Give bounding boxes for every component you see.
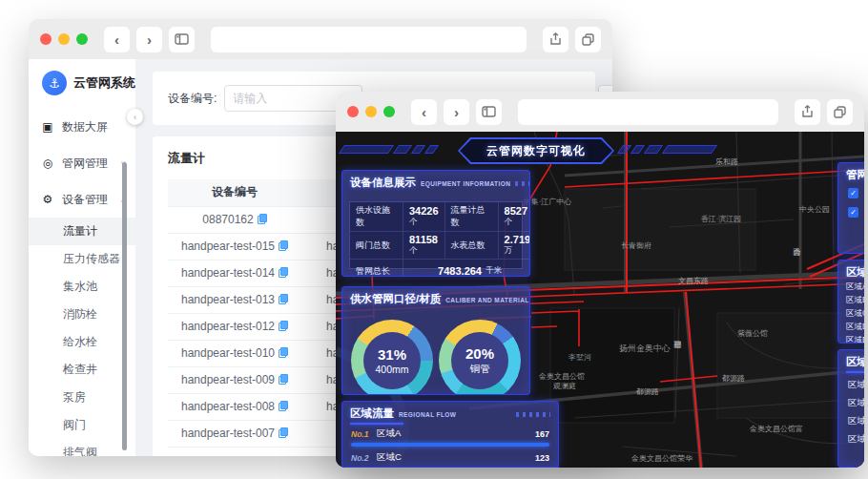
stat-label: 供水设施数 <box>350 202 403 232</box>
close-window-button[interactable] <box>40 33 52 45</box>
zoom-window-button[interactable] <box>76 33 88 45</box>
sidebar-subitem-flow-meter[interactable]: 流量计 <box>29 218 135 245</box>
equipment-stats-grid: 供水设施数 34226个 流量计总数 8527个 阀门总数 81158个 水表总… <box>349 201 523 269</box>
stat-label: 流量计总数 <box>445 202 499 232</box>
forward-button[interactable]: › <box>136 27 162 52</box>
stat-value: 81158 <box>409 234 439 245</box>
address-bar[interactable] <box>211 27 527 52</box>
share-icon[interactable] <box>543 27 568 52</box>
sidebar-scrollbar[interactable] <box>122 162 127 450</box>
donut-percent: 31% <box>378 346 406 363</box>
sidebar-subitem-collecting-tank[interactable]: 集水池 <box>29 273 135 301</box>
gis-dashboard: 中集·江广中心 乐和路 香江·滨江园 中央公园 长青御府 文昌东路 合力路 扬州… <box>336 132 864 468</box>
sidebar-subitem-pressure-sensor[interactable]: 压力传感器 <box>29 245 135 273</box>
forward-button[interactable]: › <box>444 99 469 125</box>
copy-icon[interactable] <box>279 347 288 358</box>
stat-label: 阀门总数 <box>350 232 403 260</box>
map-label: 都源路 <box>721 374 745 383</box>
share-icon[interactable] <box>795 99 820 125</box>
stat-value: 7483.264 <box>438 265 482 277</box>
map-label: 乐和路 <box>715 157 738 166</box>
legend-item: 区域D <box>838 320 864 333</box>
minimize-window-button[interactable] <box>58 33 70 45</box>
caliber-material-panel: 供水管网口径/材质 CALIBER AND MATERIAL 31% 400mm… <box>341 286 530 395</box>
regional-flow-panel: 区域流量 REGIONAL FLOW No.1 区域A 167 No.2 区域C… <box>341 401 559 468</box>
minimize-window-button[interactable] <box>365 106 377 117</box>
title-decoration <box>515 181 530 186</box>
copy-icon[interactable] <box>279 374 288 385</box>
sidebar-subitem-fire-hydrant[interactable]: 消防栓 <box>29 301 135 328</box>
copy-icon[interactable] <box>279 240 288 251</box>
donut-label: 铜管 <box>470 363 490 376</box>
sidebar-item-device-management[interactable]: ⚙ 设备管理 ∧ <box>29 181 135 218</box>
copy-icon[interactable] <box>279 321 288 331</box>
sidebar-collapse-button[interactable]: ‹ <box>127 109 143 125</box>
panel-title: 管网图层 <box>846 168 864 182</box>
browser-chrome[interactable]: ‹ › <box>29 19 612 59</box>
legend-item: 区域B <box>838 293 864 306</box>
close-window-button[interactable] <box>347 106 359 117</box>
panel-title: 区域流量 <box>846 355 864 369</box>
layer-checkbox-import[interactable]: ✓ 导入 <box>838 201 864 220</box>
sidebar-subitem-pump-house[interactable]: 泵房 <box>29 384 135 411</box>
stat-value: 2.719 <box>505 234 530 245</box>
stat-value: 8527 <box>505 205 530 217</box>
tabs-overview-icon[interactable] <box>827 99 853 125</box>
map-label: 中央公园 <box>799 205 830 214</box>
copy-icon[interactable] <box>279 401 288 411</box>
sidebar-subitem-water-hydrant[interactable]: 给水栓 <box>29 328 135 356</box>
panel-title: 区域峰值 <box>846 265 864 280</box>
header-decoration-left <box>341 145 454 154</box>
legend-item: 区域C <box>838 306 864 320</box>
address-bar[interactable] <box>518 99 778 125</box>
device-id-label: 设备编号: <box>168 91 217 107</box>
sidebar-subitem-valve[interactable]: 阀门 <box>29 411 135 439</box>
zoom-window-button[interactable] <box>383 106 395 117</box>
screen-icon: ▣ <box>41 120 54 134</box>
rank-badge: No.1 <box>351 429 377 439</box>
equipment-info-panel: 设备信息展示 EQUIPMENT INFORMATION 供水设施数 34226… <box>341 170 530 277</box>
back-button[interactable]: ‹ <box>411 99 437 125</box>
sidebar-subitem-inspection-well[interactable]: 检查井 <box>29 356 135 384</box>
map-label: 紫薇公馆 <box>737 329 768 338</box>
material-donut-chart[interactable]: 20% 铜管 <box>439 320 521 395</box>
layer-checkbox-select-all[interactable]: ✓ 全选 <box>838 182 864 201</box>
legend-item: 区域A <box>838 280 864 293</box>
map-label: 扬州金奥中心 <box>619 344 671 353</box>
flow-rank-row: No.2 区域C 123 <box>342 448 558 464</box>
sidebar-toggle-icon[interactable] <box>476 99 502 125</box>
checkbox-checked-icon[interactable]: ✓ <box>848 207 858 218</box>
region-row: 区域C <box>838 391 864 409</box>
map-label: 李墅河 <box>568 353 591 362</box>
sidebar-toggle-icon[interactable] <box>169 27 195 52</box>
back-button[interactable]: ‹ <box>104 27 130 52</box>
brand: ⚓ 云管网系统 <box>29 59 135 109</box>
panel-title: 区域流量 <box>350 406 394 421</box>
sidebar-subitem-exhaust-valve[interactable]: 排气阀 <box>29 439 135 456</box>
app-title: 云管网系统 <box>73 74 135 92</box>
panel-title: 供水管网口径/材质 <box>350 292 441 306</box>
checkbox-checked-icon[interactable]: ✓ <box>848 188 858 198</box>
copy-icon[interactable] <box>279 294 288 304</box>
stat-label: 水表总数 <box>445 232 499 260</box>
regional-flow-right-panel: 区域流量 区域B 区域C 区域D 区域E <box>837 349 864 468</box>
stat-label: 管网总长 <box>350 260 403 277</box>
caliber-donut-chart[interactable]: 31% 400mm <box>351 320 433 395</box>
col-device-id: 设备编号 <box>168 179 301 206</box>
sidebar-item-data-screen[interactable]: ▣ 数据大屏 <box>29 109 135 145</box>
flow-bar <box>351 443 549 447</box>
legend-item: 区域E <box>838 333 864 344</box>
copy-icon[interactable] <box>279 267 288 278</box>
regional-peak-panel: 区域峰值 区域A 区域B 区域C 区域D 区域E 0 <box>837 260 864 344</box>
map-label: 香江·滨江园 <box>701 215 742 223</box>
sidebar-item-pipe-management[interactable]: ◎ 管网管理 ∨ <box>29 145 135 181</box>
browser-chrome[interactable]: ‹ › <box>336 92 864 132</box>
copy-icon[interactable] <box>258 214 267 224</box>
donut-percent: 20% <box>465 345 494 362</box>
region-row: 区域D <box>838 409 864 427</box>
title-decoration <box>516 412 550 417</box>
map-label: 都源路 <box>635 387 659 396</box>
map-label: 长青御府 <box>621 241 651 250</box>
copy-icon[interactable] <box>279 427 288 438</box>
tabs-overview-icon[interactable] <box>575 27 601 52</box>
